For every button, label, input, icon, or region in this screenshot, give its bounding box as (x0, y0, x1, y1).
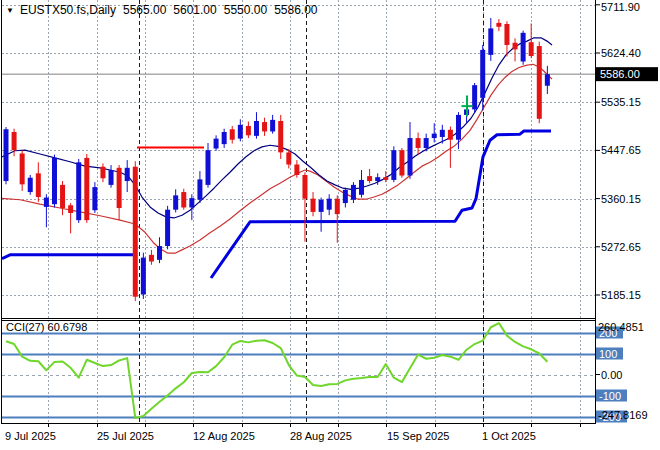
svg-text:100: 100 (599, 348, 617, 360)
candle[interactable] (60, 181, 65, 215)
candle[interactable] (181, 189, 186, 210)
candle[interactable] (408, 122, 413, 179)
candle[interactable] (319, 198, 324, 232)
candle[interactable] (391, 146, 396, 182)
candle[interactable] (472, 83, 477, 113)
candle[interactable] (311, 192, 316, 216)
svg-text:-100: -100 (599, 390, 621, 402)
cci-min-label: -247.8169 (598, 409, 648, 421)
collapse-arrow-icon[interactable]: ▼ (6, 6, 14, 15)
candle[interactable] (416, 133, 421, 155)
date-label: 9 Jul 2025 (5, 430, 56, 442)
trade-marker-plus-icon[interactable] (462, 96, 473, 117)
candle[interactable] (165, 206, 170, 250)
candle[interactable] (513, 38, 518, 61)
current-price-badge: 5586.00 (596, 67, 658, 81)
date-label: 25 Jul 2025 (97, 430, 154, 442)
candle[interactable] (173, 189, 178, 212)
candle[interactable] (246, 122, 251, 139)
date-label: 1 Oct 2025 (482, 430, 536, 442)
price-axis-label: 5185.15 (601, 289, 641, 301)
candle[interactable] (254, 112, 259, 138)
candle[interactable] (399, 148, 404, 178)
candle[interactable] (28, 175, 33, 195)
candle[interactable] (141, 253, 146, 299)
date-label: 12 Aug 2025 (193, 430, 255, 442)
candle[interactable] (238, 119, 243, 141)
candle[interactable] (496, 19, 501, 31)
candle[interactable] (100, 163, 105, 182)
cci-level-badge: -100 (596, 390, 627, 402)
candle[interactable] (68, 203, 73, 233)
price-axis-label: 5624.40 (601, 47, 641, 59)
candle[interactable] (44, 194, 49, 227)
chart-canvas[interactable]: 5711.905624.405535.155447.655360.155272.… (0, 0, 660, 450)
support-stop-line[interactable] (211, 131, 551, 278)
candle[interactable] (262, 118, 267, 136)
price-axis-label: 5711.90 (601, 1, 640, 13)
candle[interactable] (214, 135, 219, 150)
price-axis-label: 5535.15 (601, 96, 641, 108)
candle[interactable] (92, 182, 97, 213)
ma-slow-line (0, 64, 552, 253)
close-value: 5586.00 (274, 3, 317, 17)
ma-fast-line (0, 38, 552, 218)
candle[interactable] (36, 162, 41, 202)
candle[interactable] (278, 115, 283, 159)
indicator-name: CCI(27) (6, 321, 45, 333)
cci-zero-label: 0.00 (601, 369, 622, 381)
cci-panel[interactable] (2, 320, 595, 423)
chart-window: 5711.905624.405535.155447.655360.155272.… (0, 0, 660, 450)
candle[interactable] (545, 66, 550, 94)
cci-level-badge: 100 (596, 348, 623, 360)
price-panel[interactable] (0, 0, 595, 318)
candle[interactable] (488, 18, 493, 61)
candle[interactable] (529, 23, 534, 58)
candle[interactable] (504, 21, 509, 56)
candle[interactable] (359, 170, 364, 198)
indicator-title: CCI(27) 60.6798 (6, 321, 87, 333)
candle[interactable] (367, 169, 372, 183)
candle[interactable] (133, 161, 138, 301)
indicator-value: 60.6798 (48, 321, 88, 333)
date-label: 15 Sep 2025 (387, 430, 449, 442)
candle[interactable] (343, 188, 348, 208)
low-value: 5550.00 (224, 3, 267, 17)
candle[interactable] (149, 250, 154, 265)
candle[interactable] (335, 195, 340, 242)
candle[interactable] (327, 194, 332, 215)
candle[interactable] (270, 115, 275, 134)
candle[interactable] (84, 154, 89, 223)
high-value: 5601.00 (173, 3, 216, 17)
chart-title-bar: ▼EUSTX50.fs,Daily5565.005601.005550.0055… (6, 3, 318, 17)
candle[interactable] (230, 126, 235, 144)
candle[interactable] (537, 42, 542, 124)
candle[interactable] (157, 237, 162, 263)
candle[interactable] (109, 165, 114, 188)
candle[interactable] (125, 160, 130, 192)
candle[interactable] (521, 31, 526, 65)
cci-line (6, 323, 547, 418)
price-axis-label: 5447.65 (601, 144, 641, 156)
price-axis-label: 5360.15 (601, 193, 641, 205)
candle[interactable] (4, 127, 9, 184)
candle[interactable] (76, 159, 81, 223)
open-value: 5565.00 (123, 3, 166, 17)
candle[interactable] (206, 143, 211, 188)
date-label: 28 Aug 2025 (290, 430, 352, 442)
candle[interactable] (117, 165, 122, 220)
candle[interactable] (222, 129, 227, 148)
symbol-timeframe-label: EUSTX50.fs,Daily (20, 3, 116, 17)
price-axis-label: 5272.65 (601, 241, 641, 253)
candle[interactable] (52, 155, 57, 208)
support-stop-line[interactable] (2, 255, 133, 259)
svg-text:5586.00: 5586.00 (600, 68, 640, 80)
cci-max-label: 260.4851 (598, 321, 644, 333)
candle[interactable] (197, 171, 202, 203)
candle[interactable] (20, 150, 25, 191)
